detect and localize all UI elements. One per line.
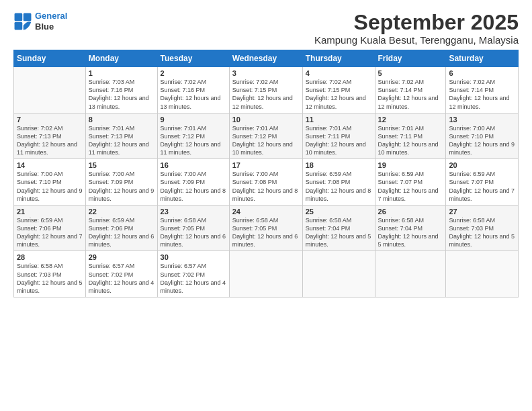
- day-info: Sunrise: 6:58 AM Sunset: 7:03 PM Dayligh…: [449, 216, 515, 249]
- day-number: 6: [449, 69, 515, 77]
- cell-w2-d2: 9Sunrise: 7:01 AM Sunset: 7:12 PM Daylig…: [157, 113, 229, 159]
- day-number: 14: [17, 161, 83, 169]
- cell-w4-d4: 25Sunrise: 6:58 AM Sunset: 7:04 PM Dayli…: [302, 205, 375, 251]
- day-number: 22: [89, 208, 154, 216]
- day-info: Sunrise: 7:02 AM Sunset: 7:14 PM Dayligh…: [449, 78, 515, 111]
- day-info: Sunrise: 6:58 AM Sunset: 7:04 PM Dayligh…: [306, 216, 372, 249]
- week-row-5: 28Sunrise: 6:58 AM Sunset: 7:03 PM Dayli…: [14, 251, 519, 298]
- cell-w4-d3: 24Sunrise: 6:58 AM Sunset: 7:05 PM Dayli…: [229, 205, 302, 251]
- cell-w2-d5: 12Sunrise: 7:01 AM Sunset: 7:11 PM Dayli…: [375, 113, 446, 159]
- cell-w1-d1: 1Sunrise: 7:03 AM Sunset: 7:16 PM Daylig…: [85, 67, 157, 113]
- cell-w3-d5: 19Sunrise: 6:59 AM Sunset: 7:07 PM Dayli…: [375, 159, 446, 205]
- day-info: Sunrise: 7:02 AM Sunset: 7:15 PM Dayligh…: [306, 78, 372, 111]
- cell-w2-d0: 7Sunrise: 7:02 AM Sunset: 7:13 PM Daylig…: [14, 113, 86, 159]
- week-row-3: 14Sunrise: 7:00 AM Sunset: 7:10 PM Dayli…: [14, 159, 519, 205]
- day-number: 29: [89, 253, 154, 261]
- cell-w3-d4: 18Sunrise: 6:59 AM Sunset: 7:08 PM Dayli…: [302, 159, 375, 205]
- day-info: Sunrise: 7:02 AM Sunset: 7:16 PM Dayligh…: [161, 78, 226, 111]
- day-number: 26: [378, 208, 443, 216]
- calendar-header-row: Sunday Monday Tuesday Wednesday Thursday…: [14, 50, 519, 67]
- day-number: 27: [449, 208, 515, 216]
- week-row-4: 21Sunrise: 6:59 AM Sunset: 7:06 PM Dayli…: [14, 205, 519, 251]
- day-number: 11: [306, 116, 372, 124]
- day-info: Sunrise: 7:01 AM Sunset: 7:13 PM Dayligh…: [89, 124, 154, 157]
- day-info: Sunrise: 7:00 AM Sunset: 7:09 PM Dayligh…: [161, 170, 226, 203]
- cell-w4-d1: 22Sunrise: 6:59 AM Sunset: 7:06 PM Dayli…: [85, 205, 157, 251]
- day-number: 15: [89, 161, 154, 169]
- cell-w2-d6: 13Sunrise: 7:00 AM Sunset: 7:10 PM Dayli…: [446, 113, 519, 159]
- day-number: 13: [449, 116, 515, 124]
- day-info: Sunrise: 7:00 AM Sunset: 7:09 PM Dayligh…: [89, 170, 154, 203]
- col-saturday: Saturday: [446, 50, 519, 67]
- day-info: Sunrise: 7:02 AM Sunset: 7:15 PM Dayligh…: [232, 78, 300, 111]
- day-number: 18: [306, 161, 372, 169]
- day-info: Sunrise: 6:58 AM Sunset: 7:03 PM Dayligh…: [17, 262, 83, 295]
- cell-w3-d2: 16Sunrise: 7:00 AM Sunset: 7:09 PM Dayli…: [157, 159, 229, 205]
- day-info: Sunrise: 6:58 AM Sunset: 7:05 PM Dayligh…: [161, 216, 226, 249]
- svg-rect-2: [15, 21, 23, 30]
- day-info: Sunrise: 6:59 AM Sunset: 7:06 PM Dayligh…: [89, 216, 154, 249]
- month-title: September 2025: [314, 11, 519, 34]
- day-number: 17: [232, 161, 300, 169]
- day-info: Sunrise: 7:01 AM Sunset: 7:11 PM Dayligh…: [306, 124, 372, 157]
- header: GeneralBlue September 2025 Kampung Kuala…: [13, 11, 519, 46]
- day-info: Sunrise: 6:59 AM Sunset: 7:07 PM Dayligh…: [449, 170, 515, 203]
- day-number: 2: [161, 69, 226, 77]
- day-info: Sunrise: 7:02 AM Sunset: 7:13 PM Dayligh…: [17, 124, 83, 157]
- cell-w1-d5: 5Sunrise: 7:02 AM Sunset: 7:14 PM Daylig…: [375, 67, 446, 113]
- logo: GeneralBlue: [13, 11, 67, 32]
- day-info: Sunrise: 7:01 AM Sunset: 7:11 PM Dayligh…: [378, 124, 443, 157]
- day-info: Sunrise: 6:59 AM Sunset: 7:06 PM Dayligh…: [17, 216, 83, 249]
- cell-w4-d5: 26Sunrise: 6:58 AM Sunset: 7:04 PM Dayli…: [375, 205, 446, 251]
- logo-icon: [13, 12, 32, 31]
- cell-w1-d0: [14, 67, 86, 113]
- cell-w5-d0: 28Sunrise: 6:58 AM Sunset: 7:03 PM Dayli…: [14, 251, 86, 298]
- cell-w5-d3: [229, 251, 302, 298]
- day-number: 1: [89, 69, 154, 77]
- day-number: 30: [161, 253, 226, 261]
- day-number: 21: [17, 208, 83, 216]
- day-info: Sunrise: 7:01 AM Sunset: 7:12 PM Dayligh…: [161, 124, 226, 157]
- col-wednesday: Wednesday: [229, 50, 302, 67]
- day-number: 19: [378, 161, 443, 169]
- location-subtitle: Kampung Kuala Besut, Terengganu, Malaysi…: [314, 34, 519, 46]
- col-thursday: Thursday: [302, 50, 375, 67]
- day-info: Sunrise: 7:00 AM Sunset: 7:10 PM Dayligh…: [449, 124, 515, 157]
- cell-w1-d3: 3Sunrise: 7:02 AM Sunset: 7:15 PM Daylig…: [229, 67, 302, 113]
- cell-w1-d2: 2Sunrise: 7:02 AM Sunset: 7:16 PM Daylig…: [157, 67, 229, 113]
- week-row-2: 7Sunrise: 7:02 AM Sunset: 7:13 PM Daylig…: [14, 113, 519, 159]
- day-number: 5: [378, 69, 443, 77]
- day-info: Sunrise: 6:57 AM Sunset: 7:02 PM Dayligh…: [161, 262, 226, 295]
- day-number: 7: [17, 116, 83, 124]
- cell-w3-d0: 14Sunrise: 7:00 AM Sunset: 7:10 PM Dayli…: [14, 159, 86, 205]
- day-number: 24: [232, 208, 300, 216]
- day-number: 16: [161, 161, 226, 169]
- day-number: 4: [306, 69, 372, 77]
- day-info: Sunrise: 6:58 AM Sunset: 7:05 PM Dayligh…: [232, 216, 300, 249]
- svg-rect-1: [24, 13, 32, 21]
- cell-w4-d0: 21Sunrise: 6:59 AM Sunset: 7:06 PM Dayli…: [14, 205, 86, 251]
- cell-w4-d2: 23Sunrise: 6:58 AM Sunset: 7:05 PM Dayli…: [157, 205, 229, 251]
- day-info: Sunrise: 7:02 AM Sunset: 7:14 PM Dayligh…: [378, 78, 443, 111]
- day-number: 20: [449, 161, 515, 169]
- day-info: Sunrise: 7:03 AM Sunset: 7:16 PM Dayligh…: [89, 78, 154, 111]
- cell-w5-d1: 29Sunrise: 6:57 AM Sunset: 7:02 PM Dayli…: [85, 251, 157, 298]
- col-sunday: Sunday: [14, 50, 86, 67]
- cell-w2-d3: 10Sunrise: 7:01 AM Sunset: 7:12 PM Dayli…: [229, 113, 302, 159]
- cell-w1-d4: 4Sunrise: 7:02 AM Sunset: 7:15 PM Daylig…: [302, 67, 375, 113]
- day-info: Sunrise: 7:00 AM Sunset: 7:08 PM Dayligh…: [232, 170, 300, 203]
- day-number: 9: [161, 116, 226, 124]
- day-number: 12: [378, 116, 443, 124]
- calendar-table: Sunday Monday Tuesday Wednesday Thursday…: [13, 50, 519, 298]
- cell-w3-d6: 20Sunrise: 6:59 AM Sunset: 7:07 PM Dayli…: [446, 159, 519, 205]
- day-info: Sunrise: 6:59 AM Sunset: 7:08 PM Dayligh…: [306, 170, 372, 203]
- day-number: 28: [17, 253, 83, 261]
- week-row-1: 1Sunrise: 7:03 AM Sunset: 7:16 PM Daylig…: [14, 67, 519, 113]
- page: GeneralBlue September 2025 Kampung Kuala…: [0, 0, 532, 411]
- day-info: Sunrise: 7:00 AM Sunset: 7:10 PM Dayligh…: [17, 170, 83, 203]
- col-friday: Friday: [375, 50, 446, 67]
- day-number: 3: [232, 69, 300, 77]
- cell-w5-d5: [375, 251, 446, 298]
- cell-w3-d3: 17Sunrise: 7:00 AM Sunset: 7:08 PM Dayli…: [229, 159, 302, 205]
- logo-text: GeneralBlue: [35, 11, 67, 32]
